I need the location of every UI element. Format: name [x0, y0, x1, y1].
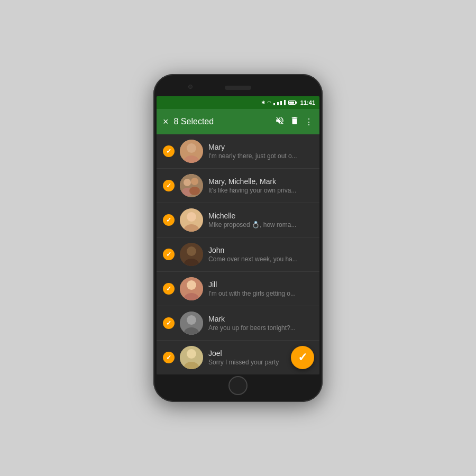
svg-point-6	[191, 178, 198, 185]
svg-point-9	[187, 212, 196, 222]
conv-preview-michelle: Mike proposed 💍, how roma...	[208, 221, 313, 228]
checkmark-jill: ✓	[166, 285, 171, 292]
conversation-list: ✓ Mary I'm nearly there, just got out o.…	[157, 134, 319, 374]
avatar-john	[180, 243, 203, 266]
conversation-item-john[interactable]: ✓ John Come over next week, you ha...	[157, 237, 319, 272]
conv-preview-mary: I'm nearly there, just got out o...	[208, 152, 313, 160]
phone-device: ✱ ◠ 11:41 × 8 Select	[153, 74, 323, 402]
phone-bottom-bar	[157, 378, 319, 393]
checkmark-joel: ✓	[166, 354, 171, 361]
check-circle-john: ✓	[163, 249, 175, 260]
more-options-icon[interactable]: ⋮	[305, 117, 313, 127]
toolbar: × 8 Selected ⋮	[157, 109, 319, 134]
status-icons: ✱ ◠ 11:41	[261, 99, 315, 106]
phone-speaker	[225, 86, 251, 90]
selected-count-label: 8 Selected	[174, 117, 270, 126]
conv-content-mary: Mary I'm nearly there, just got out o...	[208, 143, 313, 160]
status-bar: ✱ ◠ 11:41	[157, 96, 319, 109]
conv-name-john: John	[208, 246, 313, 254]
avatar-group	[180, 174, 203, 197]
bluetooth-icon: ✱	[261, 100, 266, 105]
checkmark-mary: ✓	[166, 148, 171, 155]
wifi-icon: ◠	[267, 100, 271, 105]
conversation-item-michelle[interactable]: ✓ Michelle Mike proposed 💍, how roma...	[157, 203, 319, 237]
svg-point-1	[187, 143, 196, 153]
conversation-item-joel[interactable]: ✓ Joel Sorry I missed your party ✓	[157, 341, 319, 374]
fab-check-button[interactable]: ✓	[291, 346, 314, 369]
home-button[interactable]	[228, 376, 248, 395]
conv-preview-group: It's like having your own priva...	[208, 187, 313, 194]
check-circle-jill: ✓	[163, 283, 175, 295]
svg-point-21	[187, 349, 196, 359]
svg-point-7	[189, 187, 200, 195]
conv-name-michelle: Michelle	[208, 212, 313, 220]
svg-point-4	[184, 179, 191, 186]
phone-top-bar	[157, 81, 319, 96]
conversation-item-jill[interactable]: ✓ Jill I'm out with the girls getting o.…	[157, 272, 319, 306]
conv-preview-mark: Are you up for beers tonight?...	[208, 324, 313, 332]
conversation-item-mary[interactable]: ✓ Mary I'm nearly there, just got out o.…	[157, 134, 319, 169]
battery-icon	[288, 100, 297, 105]
avatar-jill	[180, 277, 203, 300]
conv-name-mark: Mark	[208, 315, 313, 323]
delete-icon[interactable]	[290, 116, 299, 127]
checkmark-group: ✓	[166, 182, 171, 189]
conv-content-group: Mary, Michelle, Mark It's like having yo…	[208, 177, 313, 194]
fab-check-icon: ✓	[298, 351, 307, 364]
check-circle-michelle: ✓	[163, 214, 175, 226]
svg-point-18	[187, 315, 196, 325]
conv-name-jill: Jill	[208, 280, 313, 289]
conv-content-mark: Mark Are you up for beers tonight?...	[208, 315, 313, 332]
conversation-item-mark[interactable]: ✓ Mark Are you up for beers tonight?...	[157, 306, 319, 341]
conv-content-michelle: Michelle Mike proposed 💍, how roma...	[208, 212, 313, 228]
phone-screen: ✱ ◠ 11:41 × 8 Select	[157, 96, 319, 374]
conv-preview-jill: I'm out with the girls getting o...	[208, 290, 313, 297]
signal-icon	[273, 100, 286, 105]
avatar-joel	[180, 346, 203, 369]
conv-name-group: Mary, Michelle, Mark	[208, 177, 313, 186]
conv-content-john: John Come over next week, you ha...	[208, 246, 313, 263]
check-circle-group: ✓	[163, 180, 175, 191]
checkmark-mark: ✓	[166, 319, 171, 327]
avatar-mark	[180, 312, 203, 335]
checkmark-michelle: ✓	[166, 216, 171, 224]
avatar-mary	[180, 140, 203, 163]
status-time: 11:41	[300, 99, 315, 106]
conv-content-jill: Jill I'm out with the girls getting o...	[208, 280, 313, 297]
phone-camera	[188, 85, 193, 89]
check-circle-mark: ✓	[163, 317, 175, 329]
check-circle-mary: ✓	[163, 145, 175, 157]
checkmark-john: ✓	[166, 251, 171, 258]
close-button[interactable]: ×	[163, 116, 169, 127]
conv-preview-john: Come over next week, you ha...	[208, 255, 313, 263]
mute-icon[interactable]	[275, 116, 285, 127]
svg-point-12	[187, 246, 196, 256]
conv-name-mary: Mary	[208, 143, 313, 151]
check-circle-joel: ✓	[163, 352, 175, 363]
conversation-item-group[interactable]: ✓ Mary, Michelle, Mark It's like having …	[157, 169, 319, 203]
avatar-michelle	[180, 208, 203, 232]
svg-point-15	[187, 280, 196, 290]
